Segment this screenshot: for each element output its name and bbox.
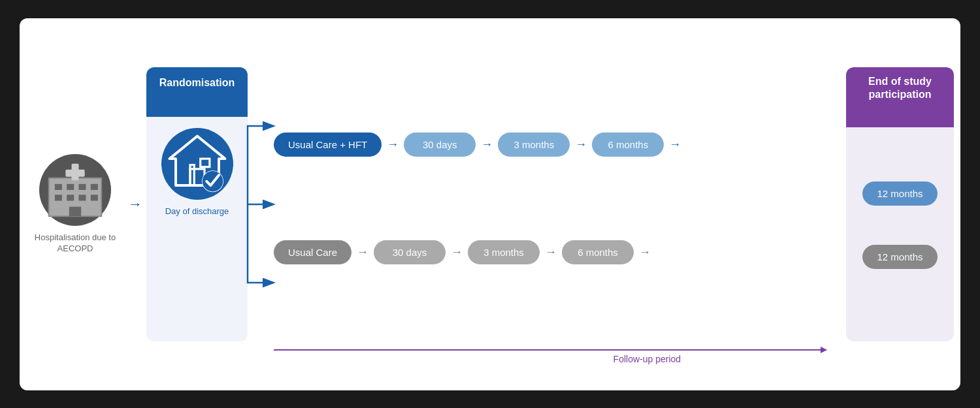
svg-rect-15 (200, 159, 209, 167)
svg-rect-8 (79, 195, 86, 200)
svg-rect-12 (69, 206, 81, 216)
arrow-4-top: → (669, 138, 681, 151)
followup-line (274, 349, 826, 351)
hospital-icon (39, 154, 111, 226)
hosp-to-random-arrow: → (124, 196, 146, 213)
bottom-timepoint-2: 3 months (468, 240, 540, 264)
hospital-circle (39, 154, 111, 226)
randomisation-box: Randomisation Day of discharge (146, 67, 248, 341)
top-arm-row: Usual Care + HFT → 30 days → 3 months → … (248, 133, 846, 157)
hospitalisation-section: Hospitalisation due to AECOPD (20, 154, 124, 255)
arrow-3-bottom: → (545, 245, 557, 259)
hospitalisation-label: Hospitalisation due to AECOPD (26, 232, 124, 255)
bottom-arm-row: Usual Care → 30 days → 3 months → 6 mont… (248, 240, 846, 264)
end-of-study-box: End of study participation 12 months 12 … (846, 67, 954, 341)
discharge-label: Day of discharge (165, 206, 229, 216)
top-timepoint-2: 3 months (498, 133, 570, 157)
svg-rect-18 (190, 165, 194, 185)
svg-rect-4 (79, 183, 86, 189)
svg-rect-6 (55, 195, 62, 200)
top-arm-label: Usual Care + HFT (274, 133, 382, 157)
followup-section: Follow-up period (274, 349, 840, 364)
end-of-study-title: End of study participation (846, 67, 954, 110)
top-timepoint-1: 30 days (404, 133, 476, 157)
randomisation-title: Randomisation (153, 67, 242, 99)
svg-rect-11 (65, 169, 84, 176)
svg-rect-2 (55, 183, 62, 189)
study-arms-section: Usual Care + HFT → 30 days → 3 months → … (248, 18, 846, 390)
arrow-1-top: → (387, 138, 399, 151)
end-timepoint-top: 12 months (862, 181, 937, 206)
svg-rect-7 (67, 195, 74, 200)
top-timepoint-3: 6 months (592, 133, 664, 157)
arrow-4-bottom: → (639, 245, 651, 259)
study-diagram: Hospitalisation due to AECOPD → Randomis… (20, 18, 960, 390)
arrow-2-bottom: → (451, 245, 463, 259)
house-icon (161, 128, 233, 200)
followup-label: Follow-up period (274, 354, 681, 364)
bottom-timepoint-1: 30 days (374, 240, 446, 264)
end-timepoint-bottom: 12 months (862, 245, 937, 269)
bottom-arm-label: Usual Care (274, 240, 351, 264)
connector-arrows (248, 18, 846, 390)
svg-rect-3 (67, 183, 74, 189)
bottom-timepoint-3: 6 months (562, 240, 634, 264)
end-pills-container: 12 months 12 months (862, 110, 937, 341)
svg-rect-9 (91, 195, 98, 200)
arrow-2-top: → (481, 138, 493, 151)
discharge-circle (161, 128, 233, 200)
arrow-1-bottom: → (357, 245, 368, 259)
arrow-3-top: → (575, 138, 587, 151)
svg-rect-5 (91, 183, 98, 189)
